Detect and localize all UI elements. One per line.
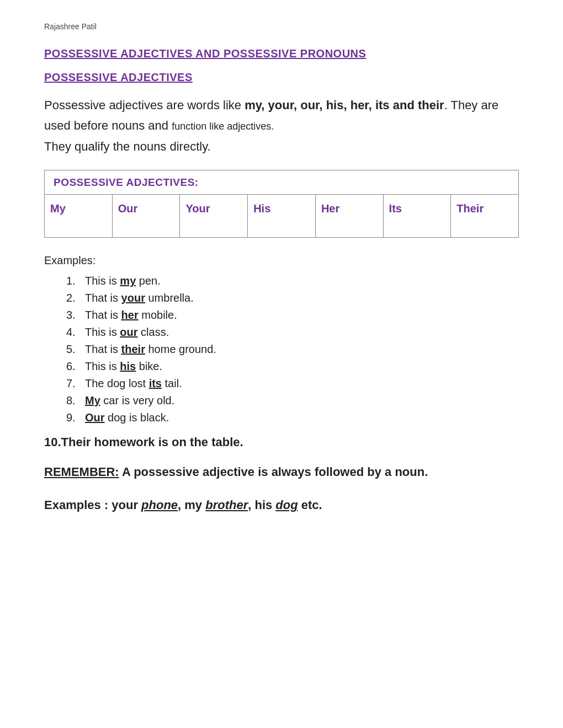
li-text: This is my pen. [85, 275, 161, 287]
table-cells-row: MyOurYourHisHerItsTheir [45, 195, 518, 237]
table-cell-its: Its [384, 195, 452, 237]
list-item: 3.That is her mobile. [66, 309, 519, 322]
table-cell-her: Her [316, 195, 384, 237]
main-title: POSSESSIVE ADJECTIVES AND POSSESSIVE PRO… [44, 47, 519, 60]
li-bold: your [121, 292, 145, 304]
li-num: 9. [66, 411, 82, 424]
possessive-adjectives-table: POSSESSIVE ADJECTIVES: MyOurYourHisHerIt… [44, 170, 519, 238]
li-bold: our [120, 326, 137, 338]
list-item: 5.That is their home ground. [66, 343, 519, 356]
intro-bold: my, your, our, his, her, its and their [245, 98, 444, 112]
remember-block: REMEMBER: A possessive adjective is alwa… [44, 463, 519, 481]
table-header-label: POSSESSIVE ADJECTIVES: [54, 176, 199, 188]
li-num: 2. [66, 292, 82, 304]
li-num: 1. [66, 275, 82, 287]
table-cell-our: Our [113, 195, 180, 237]
list-item: 8.My car is very old. [66, 394, 519, 407]
li-text: That is your umbrella. [85, 292, 194, 304]
li-text: My car is very old. [85, 394, 174, 407]
li-bold: My [85, 394, 100, 406]
table-header-row: POSSESSIVE ADJECTIVES: [45, 170, 518, 195]
li-num: 5. [66, 343, 82, 356]
li-num: 6. [66, 360, 82, 373]
list-item: 4.This is our class. [66, 326, 519, 339]
li-text: Our dog is black. [85, 411, 169, 424]
intro-small: function like adjectives. [172, 121, 274, 132]
example-10-bold: Their [61, 435, 91, 449]
li-bold: its [149, 377, 162, 389]
etc-text: etc. [298, 498, 322, 512]
list-item: 1.This is my pen. [66, 275, 519, 287]
list-item: 7.The dog lost its tail. [66, 377, 519, 390]
author: Rajashree Patil [44, 22, 519, 31]
dog-word: dog [275, 498, 298, 512]
table-cell-his: His [248, 195, 316, 237]
li-text: This is our class. [85, 326, 169, 339]
examples-final: Examples : your phone, my brother, his d… [44, 498, 519, 512]
examples-list: 1.This is my pen.2.That is your umbrella… [44, 275, 519, 424]
brother-word: brother [205, 498, 248, 512]
intro-text-1: Possessive adjectives are words like [44, 98, 245, 112]
example-10-rest: homework is on the table. [91, 435, 243, 449]
li-num: 8. [66, 394, 82, 407]
li-bold: his [120, 360, 136, 372]
table-cell-my: My [45, 195, 113, 237]
remember-label: REMEMBER: [44, 465, 119, 479]
examples-final-label: Examples : your [44, 498, 141, 512]
li-bold: my [120, 275, 136, 287]
list-item: 2.That is your umbrella. [66, 292, 519, 304]
li-num: 7. [66, 377, 82, 390]
li-text: That is her mobile. [85, 309, 177, 322]
remember-text: A possessive adjective is always followe… [119, 465, 428, 479]
table-cell-your: Your [180, 195, 248, 237]
li-bold: her [121, 309, 139, 321]
intro-paragraph: Possessive adjectives are words like my,… [44, 95, 519, 157]
li-num: 3. [66, 309, 82, 322]
comma2: , his [248, 498, 275, 512]
list-item: 6.This is his bike. [66, 360, 519, 373]
section-title: POSSESSIVE ADJECTIVES [44, 71, 519, 84]
intro-text-3: They qualify the nouns directly. [44, 140, 211, 153]
li-text: This is his bike. [85, 360, 162, 373]
example-10: 10.Their homework is on the table. [44, 435, 519, 449]
example-10-num: 10. [44, 435, 61, 449]
phone-word: phone [141, 498, 178, 512]
list-item: 9.Our dog is black. [66, 411, 519, 424]
li-bold: their [121, 343, 145, 355]
li-text: The dog lost its tail. [85, 377, 182, 390]
examples-label: Examples: [44, 254, 519, 267]
li-text: That is their home ground. [85, 343, 216, 356]
li-bold: Our [85, 411, 105, 424]
li-num: 4. [66, 326, 82, 339]
table-cell-their: Their [451, 195, 518, 237]
comma1: , my [178, 498, 205, 512]
